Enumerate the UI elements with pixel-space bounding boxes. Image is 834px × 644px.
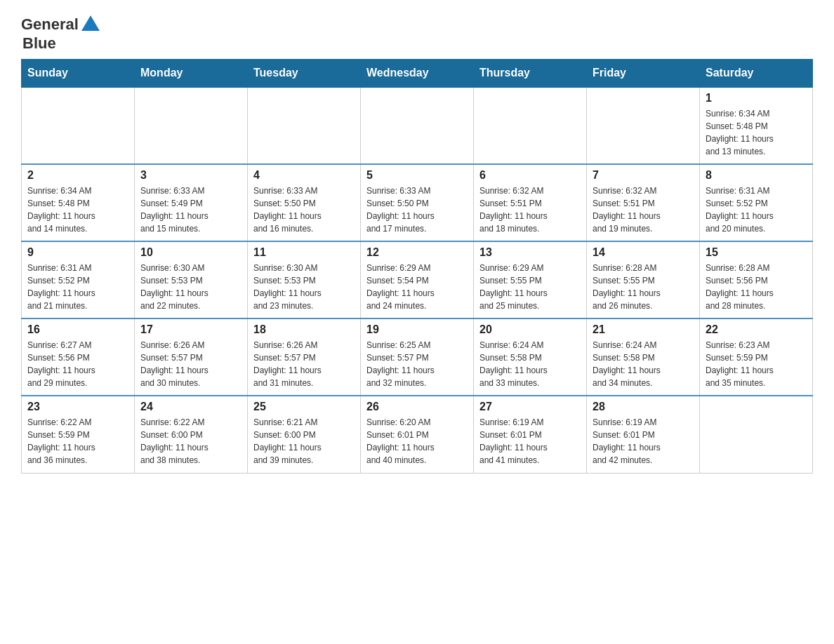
- day-number: 13: [479, 246, 581, 259]
- day-info: Sunrise: 6:31 AM Sunset: 5:52 PM Dayligh…: [27, 262, 128, 312]
- day-info: Sunrise: 6:21 AM Sunset: 6:00 PM Dayligh…: [253, 416, 355, 467]
- page: General Blue Sunday Monday Tuesday Wedne…: [0, 0, 834, 488]
- day-info: Sunrise: 6:24 AM Sunset: 5:58 PM Dayligh…: [593, 339, 694, 389]
- day-number: 3: [140, 169, 241, 182]
- logo-icon: [80, 14, 101, 35]
- logo-blue-text: Blue: [22, 34, 56, 52]
- day-number: 14: [593, 246, 694, 259]
- week-row-1: 1Sunrise: 6:34 AM Sunset: 5:48 PM Daylig…: [22, 87, 813, 164]
- day-cell: [587, 87, 700, 164]
- day-number: 19: [366, 323, 468, 336]
- svg-marker-0: [81, 15, 100, 31]
- day-cell: 13Sunrise: 6:29 AM Sunset: 5:55 PM Dayli…: [474, 241, 587, 318]
- day-info: Sunrise: 6:26 AM Sunset: 5:57 PM Dayligh…: [253, 339, 355, 389]
- day-number: 21: [593, 323, 694, 336]
- day-cell: 24Sunrise: 6:22 AM Sunset: 6:00 PM Dayli…: [135, 396, 248, 473]
- day-cell: 27Sunrise: 6:19 AM Sunset: 6:01 PM Dayli…: [474, 396, 587, 473]
- day-cell: [22, 87, 135, 164]
- day-number: 6: [479, 169, 581, 182]
- day-cell: 1Sunrise: 6:34 AM Sunset: 5:48 PM Daylig…: [700, 87, 813, 164]
- day-cell: 2Sunrise: 6:34 AM Sunset: 5:48 PM Daylig…: [22, 164, 135, 241]
- day-cell: 10Sunrise: 6:30 AM Sunset: 5:53 PM Dayli…: [135, 241, 248, 318]
- day-info: Sunrise: 6:19 AM Sunset: 6:01 PM Dayligh…: [479, 416, 581, 467]
- day-cell: [700, 396, 813, 473]
- day-info: Sunrise: 6:30 AM Sunset: 5:53 PM Dayligh…: [140, 262, 241, 312]
- day-info: Sunrise: 6:34 AM Sunset: 5:48 PM Dayligh…: [706, 107, 807, 158]
- day-cell: 16Sunrise: 6:27 AM Sunset: 5:56 PM Dayli…: [22, 318, 135, 396]
- day-info: Sunrise: 6:20 AM Sunset: 6:01 PM Dayligh…: [366, 416, 468, 467]
- day-cell: 28Sunrise: 6:19 AM Sunset: 6:01 PM Dayli…: [587, 396, 700, 473]
- day-info: Sunrise: 6:32 AM Sunset: 5:51 PM Dayligh…: [593, 185, 694, 235]
- day-info: Sunrise: 6:31 AM Sunset: 5:52 PM Dayligh…: [706, 185, 807, 235]
- day-cell: 3Sunrise: 6:33 AM Sunset: 5:49 PM Daylig…: [135, 164, 248, 241]
- day-number: 11: [253, 246, 355, 259]
- day-number: 22: [706, 323, 807, 336]
- day-cell: 5Sunrise: 6:33 AM Sunset: 5:50 PM Daylig…: [361, 164, 474, 241]
- header-monday: Monday: [135, 60, 248, 88]
- header-thursday: Thursday: [474, 60, 587, 88]
- header-tuesday: Tuesday: [248, 60, 361, 88]
- day-number: 5: [366, 169, 468, 182]
- day-number: 27: [479, 401, 581, 413]
- day-number: 28: [593, 401, 694, 413]
- day-cell: 22Sunrise: 6:23 AM Sunset: 5:59 PM Dayli…: [700, 318, 813, 396]
- day-cell: 6Sunrise: 6:32 AM Sunset: 5:51 PM Daylig…: [474, 164, 587, 241]
- day-number: 26: [366, 401, 468, 413]
- day-number: 25: [253, 401, 355, 413]
- day-cell: 11Sunrise: 6:30 AM Sunset: 5:53 PM Dayli…: [248, 241, 361, 318]
- day-cell: 17Sunrise: 6:26 AM Sunset: 5:57 PM Dayli…: [135, 318, 248, 396]
- day-number: 23: [27, 401, 128, 413]
- day-header-row: Sunday Monday Tuesday Wednesday Thursday…: [22, 60, 813, 88]
- day-info: Sunrise: 6:34 AM Sunset: 5:48 PM Dayligh…: [27, 185, 128, 235]
- day-number: 16: [27, 323, 128, 336]
- header-saturday: Saturday: [700, 60, 813, 88]
- day-cell: 12Sunrise: 6:29 AM Sunset: 5:54 PM Dayli…: [361, 241, 474, 318]
- day-cell: 20Sunrise: 6:24 AM Sunset: 5:58 PM Dayli…: [474, 318, 587, 396]
- day-cell: 19Sunrise: 6:25 AM Sunset: 5:57 PM Dayli…: [361, 318, 474, 396]
- logo-general-text: General: [21, 16, 79, 33]
- day-cell: 26Sunrise: 6:20 AM Sunset: 6:01 PM Dayli…: [361, 396, 474, 473]
- day-cell: 21Sunrise: 6:24 AM Sunset: 5:58 PM Dayli…: [587, 318, 700, 396]
- day-info: Sunrise: 6:22 AM Sunset: 6:00 PM Dayligh…: [140, 416, 241, 467]
- header-friday: Friday: [587, 60, 700, 88]
- day-number: 1: [706, 92, 807, 105]
- day-info: Sunrise: 6:30 AM Sunset: 5:53 PM Dayligh…: [253, 262, 355, 312]
- day-cell: [474, 87, 587, 164]
- week-row-2: 2Sunrise: 6:34 AM Sunset: 5:48 PM Daylig…: [22, 164, 813, 241]
- day-number: 20: [479, 323, 581, 336]
- day-number: 18: [253, 323, 355, 336]
- day-info: Sunrise: 6:33 AM Sunset: 5:50 PM Dayligh…: [366, 185, 468, 235]
- day-number: 12: [366, 246, 468, 259]
- day-info: Sunrise: 6:32 AM Sunset: 5:51 PM Dayligh…: [479, 185, 581, 235]
- day-number: 15: [706, 246, 807, 259]
- day-number: 8: [706, 169, 807, 182]
- calendar-table: Sunday Monday Tuesday Wednesday Thursday…: [21, 59, 813, 474]
- header-sunday: Sunday: [22, 60, 135, 88]
- day-info: Sunrise: 6:26 AM Sunset: 5:57 PM Dayligh…: [140, 339, 241, 389]
- day-info: Sunrise: 6:23 AM Sunset: 5:59 PM Dayligh…: [706, 339, 807, 389]
- day-info: Sunrise: 6:28 AM Sunset: 5:55 PM Dayligh…: [593, 262, 694, 312]
- day-cell: 18Sunrise: 6:26 AM Sunset: 5:57 PM Dayli…: [248, 318, 361, 396]
- day-cell: 9Sunrise: 6:31 AM Sunset: 5:52 PM Daylig…: [22, 241, 135, 318]
- day-info: Sunrise: 6:24 AM Sunset: 5:58 PM Dayligh…: [479, 339, 581, 389]
- day-number: 17: [140, 323, 241, 336]
- day-info: Sunrise: 6:28 AM Sunset: 5:56 PM Dayligh…: [706, 262, 807, 312]
- day-cell: [361, 87, 474, 164]
- header: General Blue: [21, 14, 813, 52]
- day-info: Sunrise: 6:22 AM Sunset: 5:59 PM Dayligh…: [27, 416, 128, 467]
- week-row-5: 23Sunrise: 6:22 AM Sunset: 5:59 PM Dayli…: [22, 396, 813, 473]
- day-number: 4: [253, 169, 355, 182]
- day-info: Sunrise: 6:29 AM Sunset: 5:54 PM Dayligh…: [366, 262, 468, 312]
- day-info: Sunrise: 6:25 AM Sunset: 5:57 PM Dayligh…: [366, 339, 468, 389]
- day-info: Sunrise: 6:27 AM Sunset: 5:56 PM Dayligh…: [27, 339, 128, 389]
- day-number: 24: [140, 401, 241, 413]
- day-cell: 8Sunrise: 6:31 AM Sunset: 5:52 PM Daylig…: [700, 164, 813, 241]
- day-cell: 25Sunrise: 6:21 AM Sunset: 6:00 PM Dayli…: [248, 396, 361, 473]
- logo: General Blue: [21, 14, 101, 52]
- week-row-3: 9Sunrise: 6:31 AM Sunset: 5:52 PM Daylig…: [22, 241, 813, 318]
- day-info: Sunrise: 6:19 AM Sunset: 6:01 PM Dayligh…: [593, 416, 694, 467]
- header-wednesday: Wednesday: [361, 60, 474, 88]
- day-cell: 23Sunrise: 6:22 AM Sunset: 5:59 PM Dayli…: [22, 396, 135, 473]
- day-cell: 14Sunrise: 6:28 AM Sunset: 5:55 PM Dayli…: [587, 241, 700, 318]
- day-number: 10: [140, 246, 241, 259]
